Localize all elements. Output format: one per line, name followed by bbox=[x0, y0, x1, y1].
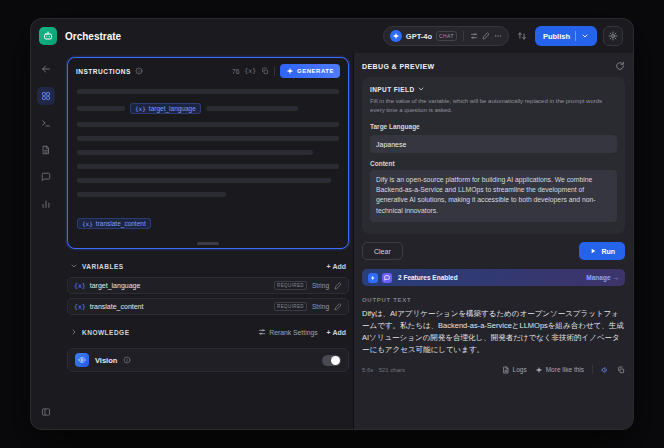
char-count: 76 bbox=[232, 68, 239, 75]
target-language-label: Targe Language bbox=[370, 123, 617, 130]
variable-braces-icon[interactable]: {x} bbox=[244, 67, 256, 75]
variable-tag-label: target_language bbox=[149, 105, 196, 112]
instructions-title: INSTRUCTIONS bbox=[76, 68, 131, 75]
copy-icon bbox=[617, 366, 625, 374]
features-bar: 2 Features Enabled Manage → bbox=[362, 269, 625, 286]
speak-button[interactable] bbox=[601, 366, 609, 374]
settings-button[interactable] bbox=[603, 26, 623, 46]
variable-tag[interactable]: {x} target_language bbox=[130, 103, 201, 114]
output-text-title: OUTPUT TEXT bbox=[362, 297, 625, 303]
more-like-this-label: More like this bbox=[546, 366, 584, 373]
input-field-header[interactable]: INPUT FIELD bbox=[370, 85, 617, 93]
prompt-text-line: {x} target_language bbox=[77, 103, 339, 114]
copy-output-button[interactable] bbox=[617, 366, 625, 374]
variables-title: VARIABLES bbox=[82, 263, 124, 270]
variable-glyph: {x} bbox=[74, 303, 86, 311]
prompt-text-line bbox=[77, 164, 339, 169]
variable-tag-label: translate_content bbox=[96, 220, 146, 227]
edit-icon[interactable] bbox=[334, 303, 342, 311]
variable-type: String bbox=[312, 282, 329, 289]
content-textarea[interactable]: Dify is an open-source platform for buil… bbox=[370, 170, 617, 222]
target-language-input[interactable] bbox=[370, 135, 617, 153]
orchestrate-panel: INSTRUCTIONS 76 {x} bbox=[61, 53, 353, 429]
back-icon[interactable] bbox=[37, 60, 55, 78]
publish-button[interactable]: Publish bbox=[535, 26, 597, 46]
gear-icon bbox=[608, 31, 618, 41]
publish-label: Publish bbox=[543, 32, 570, 41]
app-logo-icon bbox=[39, 27, 57, 45]
publish-divider bbox=[575, 31, 576, 41]
run-button[interactable]: Run bbox=[579, 242, 625, 260]
sparkle-icon bbox=[286, 67, 294, 75]
prompt-text-line bbox=[77, 136, 339, 141]
sidebar bbox=[31, 53, 61, 429]
required-badge: REQUIRED bbox=[274, 302, 307, 311]
sidebar-item-monitoring[interactable] bbox=[37, 195, 55, 213]
add-variable-button[interactable]: + Add bbox=[327, 263, 346, 270]
clear-button[interactable]: Clear bbox=[362, 242, 403, 260]
arrow-right-icon: → bbox=[613, 274, 620, 281]
model-selector[interactable]: GPT-4o CHAT bbox=[383, 26, 509, 46]
vision-label: Vision bbox=[95, 356, 117, 365]
variable-glyph: {x} bbox=[82, 220, 93, 227]
model-provider-icon bbox=[390, 30, 402, 42]
output-stats: 5.6s · 521 chars bbox=[362, 367, 405, 373]
eye-icon bbox=[75, 353, 89, 367]
rerank-settings-button[interactable]: Rerank Settings bbox=[258, 328, 317, 336]
variable-type: String bbox=[312, 303, 329, 310]
prompt-editor[interactable]: {x} target_language {x} translate_con bbox=[68, 82, 348, 248]
vision-toggle[interactable] bbox=[322, 355, 341, 366]
variable-name: translate_content bbox=[90, 303, 144, 310]
sidebar-item-annotations[interactable] bbox=[37, 168, 55, 186]
debug-title: DEBUG & PREVIEW bbox=[362, 63, 435, 70]
input-field-description: Fill in the value of the variable, which… bbox=[370, 97, 617, 116]
instructions-card: INSTRUCTIONS 76 {x} bbox=[67, 57, 349, 249]
generate-button[interactable]: GENERATE bbox=[280, 64, 340, 78]
content-label: Content bbox=[370, 160, 617, 167]
copy-icon[interactable] bbox=[261, 67, 269, 75]
more-like-this-button[interactable]: More like this bbox=[535, 366, 584, 374]
generate-label: GENERATE bbox=[297, 68, 334, 74]
page-title: Orchestrate bbox=[65, 31, 121, 42]
add-knowledge-button[interactable]: + Add bbox=[327, 329, 346, 336]
variables-header: VARIABLES + Add bbox=[67, 259, 349, 273]
logs-button[interactable]: Logs bbox=[502, 366, 527, 374]
sidebar-item-logs[interactable] bbox=[37, 141, 55, 159]
collapse-sidebar-icon[interactable] bbox=[37, 403, 55, 421]
more-options-icon[interactable] bbox=[494, 32, 502, 40]
variable-tag[interactable]: {x} translate_content bbox=[77, 218, 151, 229]
chevron-right-icon[interactable] bbox=[70, 328, 78, 336]
refresh-icon[interactable] bbox=[615, 61, 625, 71]
edit-params-icon[interactable] bbox=[482, 32, 490, 40]
debug-header: DEBUG & PREVIEW bbox=[362, 61, 625, 71]
prompt-text-line bbox=[77, 178, 331, 183]
model-name: GPT-4o bbox=[406, 32, 432, 41]
prompt-text-line bbox=[77, 150, 313, 155]
chevron-down-icon bbox=[417, 85, 425, 93]
swap-model-icon[interactable] bbox=[515, 29, 529, 43]
chevron-down-icon[interactable] bbox=[70, 262, 78, 270]
manage-features-button[interactable]: Manage → bbox=[586, 274, 619, 281]
sidebar-item-api[interactable] bbox=[37, 114, 55, 132]
debug-actions: Clear Run bbox=[362, 242, 625, 260]
app-window: Orchestrate GPT-4o CHAT bbox=[30, 18, 634, 430]
variable-row[interactable]: {x} translate_content REQUIRED String bbox=[67, 298, 349, 315]
manage-label: Manage bbox=[586, 274, 610, 281]
run-label: Run bbox=[601, 248, 615, 255]
knowledge-header: KNOWLEDGE Rerank Settings + Add bbox=[67, 325, 349, 339]
chevron-down-icon bbox=[581, 32, 589, 40]
instructions-header: INSTRUCTIONS 76 {x} bbox=[68, 58, 348, 82]
resize-handle[interactable] bbox=[197, 242, 219, 245]
header: Orchestrate GPT-4o CHAT bbox=[31, 19, 633, 53]
rerank-settings-label: Rerank Settings bbox=[269, 329, 317, 336]
main-body: INSTRUCTIONS 76 {x} bbox=[31, 53, 633, 429]
variable-glyph: {x} bbox=[74, 282, 86, 290]
prompt-text-line bbox=[77, 89, 339, 94]
variable-row[interactable]: {x} target_language REQUIRED String bbox=[67, 277, 349, 294]
edit-icon[interactable] bbox=[334, 282, 342, 290]
prompt-text-line bbox=[77, 106, 125, 111]
sidebar-item-orchestrate[interactable] bbox=[37, 87, 55, 105]
sliders-icon[interactable] bbox=[470, 32, 478, 40]
info-icon bbox=[123, 356, 131, 364]
prompt-text-line bbox=[206, 106, 298, 111]
